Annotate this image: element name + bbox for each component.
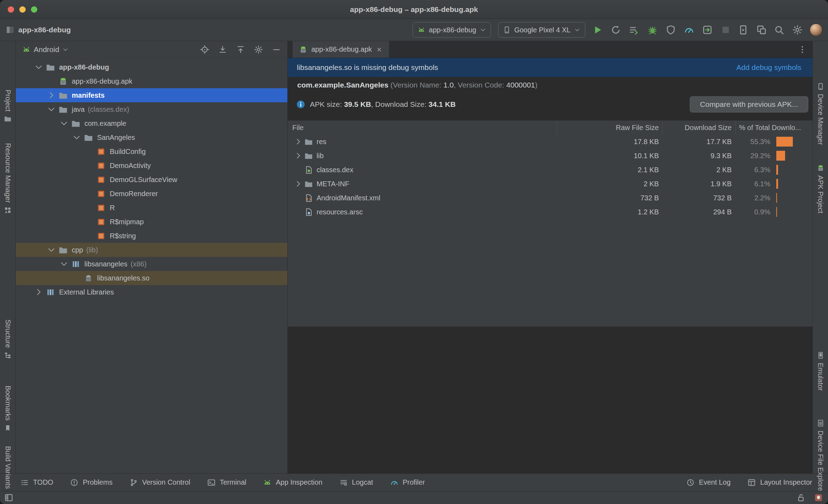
column-header-raw-size[interactable]: Raw File Size: [557, 121, 662, 135]
tool-window-button-project[interactable]: Project: [0, 90, 15, 123]
class-icon: [96, 217, 106, 227]
tree-item-r-mipmap[interactable]: R$mipmap: [16, 215, 287, 229]
tree-item-r[interactable]: R: [16, 201, 287, 215]
locate-button[interactable]: [200, 45, 209, 54]
tool-window-button-apk-project[interactable]: APK Project: [813, 164, 828, 213]
device-select[interactable]: Google Pixel 4 XL: [498, 22, 585, 38]
tree-item-manifests[interactable]: manifests: [16, 88, 287, 102]
chevron-down-icon: [480, 27, 486, 33]
column-header-file[interactable]: File: [288, 121, 557, 135]
apk-row-androidmanifest-xml[interactable]: AndroidManifest.xml732 B732 B2.2%: [288, 191, 813, 205]
project-name-widget[interactable]: app-x86-debug: [6, 25, 71, 34]
settings-gear-button[interactable]: [792, 25, 803, 35]
tree-item-label: com.example: [84, 119, 126, 128]
close-window-button[interactable]: [8, 6, 14, 13]
chevron-down-icon[interactable]: [32, 63, 46, 72]
tree-item-cpp[interactable]: cpp(lib): [16, 243, 287, 257]
tree-item-libsanangeles[interactable]: libsanangeles(x86): [16, 257, 287, 271]
apk-row-res[interactable]: res17.8 KB17.7 KB55.3%: [288, 135, 813, 149]
tree-item-r-string[interactable]: R$string: [16, 229, 287, 243]
project-view-select[interactable]: Android: [22, 45, 69, 54]
tool-window-button-bookmarks[interactable]: Bookmarks: [0, 386, 15, 432]
chevron-down-icon[interactable]: [44, 105, 58, 114]
device-mirroring-button[interactable]: [756, 25, 767, 35]
tool-window-button-problems[interactable]: Problems: [70, 478, 112, 487]
tree-item-demoactivity[interactable]: DemoActivity: [16, 159, 287, 173]
column-header-download-size[interactable]: Download Size: [662, 121, 735, 135]
tree-item-sanangeles[interactable]: SanAngeles: [16, 130, 287, 144]
lock-icon[interactable]: [796, 493, 805, 502]
minimize-window-button[interactable]: [19, 6, 26, 13]
zoom-window-button[interactable]: [31, 6, 37, 13]
apk-row-resources-arsc[interactable]: resources.arsc1.2 KB294 B0.9%: [288, 205, 813, 219]
tool-window-button-version-control[interactable]: Version Control: [129, 478, 190, 487]
tool-window-button-resource-manager[interactable]: Resource Manager: [0, 143, 15, 214]
chevron-down-icon[interactable]: [57, 259, 71, 269]
percent-bar: [776, 151, 785, 161]
tool-window-button-layout-inspector[interactable]: Layout Inspector: [747, 478, 812, 487]
tool-window-button-build-variants[interactable]: Build Variants: [0, 446, 15, 489]
user-avatar[interactable]: [810, 24, 822, 36]
attach-debugger-button[interactable]: [702, 25, 713, 35]
chevron-right-icon[interactable]: [32, 287, 46, 297]
profiler-button[interactable]: [684, 25, 694, 35]
tool-window-button-terminal[interactable]: Terminal: [207, 478, 247, 487]
apk-row-lib[interactable]: lib10.1 KB9.3 KB29.2%: [288, 149, 813, 163]
tool-window-button-structure[interactable]: Structure: [0, 319, 15, 359]
chevron-down-icon[interactable]: [57, 119, 71, 128]
tool-window-button-device-manager[interactable]: Device Manager: [813, 83, 828, 145]
profile-button[interactable]: [665, 25, 676, 35]
run-configuration-select[interactable]: app-x86-debug: [413, 22, 491, 38]
tree-item-java[interactable]: java(classes.dex): [16, 102, 287, 116]
expand-all-button[interactable]: [218, 45, 227, 54]
stop-button[interactable]: [720, 25, 731, 35]
settings-gear-button[interactable]: [254, 45, 263, 54]
apk-row-meta-inf[interactable]: META-INF2 KB1.9 KB6.1%: [288, 177, 813, 191]
tool-window-button-event-log[interactable]: Event Log: [686, 478, 731, 487]
stripe-toggle-icon[interactable]: [4, 493, 13, 502]
tree-item-label: R$mipmap: [110, 218, 144, 226]
chevron-right-icon[interactable]: [44, 91, 58, 100]
tool-window-button-logcat[interactable]: Logcat: [339, 478, 373, 487]
chevron-down-icon[interactable]: [70, 133, 84, 142]
add-debug-symbols-link[interactable]: Add debug symbols: [737, 63, 801, 72]
apk-row-classes-dex[interactable]: classes.dex2.1 KB2 KB6.3%: [288, 163, 813, 177]
chevron-down-icon: [574, 27, 580, 33]
running-devices-button[interactable]: [738, 25, 749, 35]
hide-button[interactable]: [272, 45, 281, 54]
tree-item-libsanangeles-so[interactable]: libsanangeles.so: [16, 271, 287, 285]
tool-window-button-profiler[interactable]: Profiler: [390, 478, 425, 487]
chevron-right-icon[interactable]: [292, 137, 304, 146]
tab-options-kebab-icon[interactable]: [798, 45, 807, 54]
column-header-percent[interactable]: % of Total Downlo...: [735, 121, 813, 135]
tree-item-buildconfig[interactable]: BuildConfig: [16, 144, 287, 159]
notifications-icon[interactable]: [814, 493, 823, 502]
file-cell: res: [288, 137, 557, 146]
apply-changes-button[interactable]: [629, 25, 639, 35]
tree-item-label: DemoRenderer: [110, 190, 158, 198]
tool-window-button-app-inspection[interactable]: App Inspection: [263, 478, 322, 487]
tree-item-external-libraries[interactable]: External Libraries: [16, 285, 287, 299]
chevron-right-icon[interactable]: [292, 151, 304, 160]
rerun-button[interactable]: [611, 25, 621, 35]
project-name: app-x86-debug: [18, 26, 71, 34]
tool-window-button-device-file-explorer[interactable]: Device File Explorer: [813, 419, 828, 493]
collapse-all-button[interactable]: [236, 45, 245, 54]
tool-window-button-emulator[interactable]: Emulator: [813, 351, 828, 391]
close-tab-icon[interactable]: [376, 46, 383, 53]
tree-item-com-example[interactable]: com.example: [16, 116, 287, 130]
tree-item-app-x86-debug-apk[interactable]: app-x86-debug.apk: [16, 74, 287, 88]
tree-item-app-x86-debug[interactable]: app-x86-debug: [16, 60, 287, 74]
tool-window-button-todo[interactable]: TODO: [20, 478, 53, 487]
search-button[interactable]: [774, 25, 784, 35]
editor-tab-apk[interactable]: app-x86-debug.apk: [293, 41, 389, 58]
tree-item-demoglsurfaceview[interactable]: DemoGLSurfaceView: [16, 173, 287, 187]
run-button[interactable]: [592, 25, 603, 35]
compare-apk-button[interactable]: Compare with previous APK...: [690, 96, 808, 112]
percent-cell: 29.2%: [735, 149, 813, 163]
chevron-down-icon[interactable]: [44, 245, 58, 254]
tree-item-demorenderer[interactable]: DemoRenderer: [16, 187, 287, 201]
chevron-right-icon[interactable]: [292, 180, 304, 188]
version-name-value: 1.0: [444, 81, 454, 89]
debug-button[interactable]: [647, 25, 658, 35]
